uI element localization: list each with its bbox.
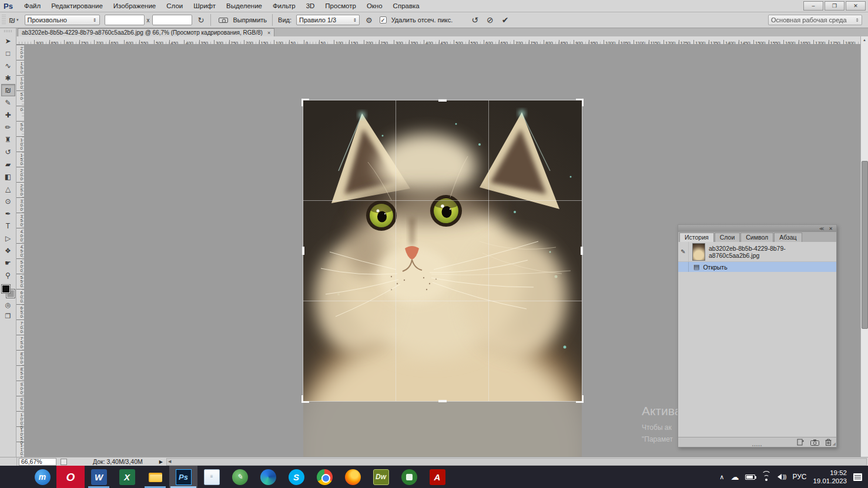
menu-item[interactable]: 3D bbox=[301, 1, 320, 11]
minimize-button[interactable]: – bbox=[803, 1, 823, 11]
menu-item[interactable]: Просмотр bbox=[320, 1, 361, 11]
vertical-scrollbar[interactable]: ▲ bbox=[860, 36, 868, 457]
zoom-level-field[interactable]: 66,67% bbox=[19, 458, 56, 466]
healing-brush-tool[interactable]: ✚ bbox=[1, 109, 15, 121]
foreground-color-swatch[interactable] bbox=[2, 285, 10, 293]
type-tool[interactable]: T bbox=[1, 220, 15, 232]
clock[interactable]: 19:52 19.01.2023 bbox=[813, 469, 847, 486]
crop-corner-handle[interactable] bbox=[576, 99, 584, 106]
menu-item[interactable]: Справка bbox=[388, 1, 425, 11]
options-grip[interactable] bbox=[2, 15, 6, 25]
maxthon-icon[interactable]: m bbox=[28, 466, 56, 488]
hand-tool[interactable]: ☛ bbox=[1, 257, 15, 269]
skype-icon[interactable]: S bbox=[282, 466, 310, 488]
tool-preset-arrow-icon[interactable]: ▾ bbox=[16, 18, 19, 22]
canvas-area[interactable]: Актива Чтобы ак "Парамет ≪ ✕ История Сло… bbox=[25, 45, 860, 457]
language-indicator[interactable]: РУС bbox=[792, 473, 806, 481]
wifi-icon[interactable] bbox=[762, 473, 771, 480]
volume-icon[interactable]: ))) bbox=[777, 474, 786, 480]
tray-chevron-icon[interactable]: ∧ bbox=[719, 473, 724, 481]
menu-item[interactable]: Шрифт bbox=[188, 1, 221, 11]
cancel-crop-icon[interactable]: ⊘ bbox=[487, 15, 494, 25]
commit-crop-icon[interactable]: ✔ bbox=[502, 15, 509, 25]
menu-item[interactable]: Файл bbox=[19, 1, 46, 11]
panel-tab[interactable]: История bbox=[679, 233, 714, 242]
history-source-icon[interactable]: ✎ bbox=[678, 242, 689, 262]
panel-close-icon[interactable]: ✕ bbox=[829, 226, 833, 231]
eraser-tool[interactable]: ▰ bbox=[1, 158, 15, 170]
firefox-icon[interactable] bbox=[339, 466, 367, 488]
notepad-icon[interactable]: ≡ bbox=[197, 466, 226, 488]
scroll-up-arrow-icon[interactable]: ▲ bbox=[861, 36, 868, 43]
quick-mask-icon[interactable]: ◎ bbox=[5, 301, 11, 309]
straighten-button[interactable]: Выпрямить bbox=[233, 16, 267, 23]
path-selection-tool[interactable]: ▷ bbox=[1, 232, 15, 244]
marquee-tool[interactable]: □ bbox=[1, 47, 15, 59]
dreamweaver-icon[interactable]: Dw bbox=[367, 466, 395, 488]
panel-tab[interactable]: Слои bbox=[715, 233, 740, 242]
onedrive-cloud-icon[interactable]: ☁ bbox=[730, 472, 739, 482]
horizontal-scrollbar[interactable]: ◀ bbox=[166, 458, 867, 466]
quick-selection-tool[interactable]: ✱ bbox=[1, 72, 15, 84]
gradient-tool[interactable]: ◧ bbox=[1, 170, 15, 183]
history-snapshot-row[interactable]: ✎ ab3202eb-8b5b-4229-8b79-a8760c5aa2b6.j… bbox=[678, 242, 836, 262]
new-document-from-state-icon[interactable] bbox=[796, 439, 805, 446]
opera-icon[interactable]: O bbox=[56, 466, 85, 488]
eyedropper-tool[interactable]: ✎ bbox=[1, 96, 15, 109]
panel-tab[interactable]: Символ bbox=[740, 233, 773, 242]
green-app-icon[interactable] bbox=[395, 466, 423, 488]
new-snapshot-camera-icon[interactable] bbox=[810, 439, 819, 446]
crop-box[interactable] bbox=[303, 100, 582, 401]
crop-corner-handle[interactable] bbox=[301, 395, 309, 403]
coreldraw-icon[interactable]: ✎ bbox=[226, 466, 254, 488]
panel-resize-handle[interactable]: ◢ bbox=[833, 442, 836, 446]
panel-collapse-icon[interactable]: ≪ bbox=[819, 226, 824, 231]
acrobat-icon[interactable]: A bbox=[423, 466, 451, 488]
blur-tool[interactable]: △ bbox=[1, 183, 15, 195]
scroll-left-arrow-icon[interactable]: ◀ bbox=[167, 459, 171, 464]
workspace-dropdown[interactable]: Основная рабочая среда ⇕ bbox=[768, 15, 862, 25]
action-center-icon[interactable] bbox=[853, 473, 862, 481]
straighten-icon[interactable] bbox=[219, 18, 228, 23]
crop-corner-handle[interactable] bbox=[301, 99, 309, 106]
crop-options-gear-icon[interactable]: ⚙ bbox=[366, 16, 373, 25]
battery-icon[interactable] bbox=[745, 474, 755, 480]
menu-item[interactable]: Фильтр bbox=[267, 1, 301, 11]
edge-icon[interactable] bbox=[254, 466, 282, 488]
move-tool[interactable]: ➤ bbox=[1, 35, 15, 47]
status-expand-icon[interactable]: ▶ bbox=[159, 459, 163, 465]
panel-tab[interactable]: Абзац bbox=[774, 233, 802, 242]
explorer-icon[interactable] bbox=[141, 466, 169, 488]
tools-panel-grip[interactable] bbox=[4, 30, 12, 32]
document-tab[interactable]: ab3202eb-8b5b-4229-8b79-a8760c5aa2b6.jpg… bbox=[18, 28, 274, 36]
zoom-tool[interactable]: ⚲ bbox=[1, 269, 15, 281]
menu-item[interactable]: Изображение bbox=[108, 1, 161, 11]
crop-ratio-dropdown[interactable]: Произвольно ⇕ bbox=[25, 15, 100, 25]
excel-icon[interactable]: X bbox=[113, 466, 141, 488]
shape-tool[interactable]: ❖ bbox=[1, 244, 15, 257]
crop-corner-handle[interactable] bbox=[576, 395, 584, 403]
crop-edge-handle[interactable] bbox=[438, 400, 447, 402]
lasso-tool[interactable]: ∿ bbox=[1, 59, 15, 72]
color-swatches[interactable] bbox=[2, 285, 15, 298]
menu-item[interactable]: Выделение bbox=[221, 1, 267, 11]
overlay-dropdown[interactable]: Правило 1/3 ⇕ bbox=[296, 15, 360, 25]
chrome-icon[interactable] bbox=[310, 466, 339, 488]
panel-drag-grip[interactable]: ••••• bbox=[752, 443, 762, 447]
crop-edge-handle[interactable] bbox=[581, 247, 583, 255]
menu-item[interactable]: Редактирование bbox=[46, 1, 108, 11]
history-state-row[interactable]: ▤ Открыть bbox=[678, 262, 836, 272]
crop-height-input[interactable] bbox=[152, 15, 192, 25]
photoshop-icon[interactable]: Ps bbox=[169, 466, 197, 488]
reset-crop-icon[interactable]: ↺ bbox=[471, 15, 478, 25]
menu-item[interactable]: Окно bbox=[361, 1, 388, 11]
delete-trash-icon[interactable] bbox=[825, 439, 832, 446]
crop-tool[interactable]: ₪ bbox=[1, 84, 15, 96]
menu-item[interactable]: Слои bbox=[161, 1, 188, 11]
delete-cropped-pixels-checkbox[interactable]: ✓ bbox=[380, 16, 387, 23]
dodge-tool[interactable]: ⊙ bbox=[1, 195, 15, 207]
tab-close-icon[interactable]: × bbox=[267, 30, 270, 36]
history-brush-tool[interactable]: ↺ bbox=[1, 146, 15, 158]
brush-tool[interactable]: ✏ bbox=[1, 121, 15, 133]
close-button[interactable]: ✕ bbox=[846, 1, 866, 11]
